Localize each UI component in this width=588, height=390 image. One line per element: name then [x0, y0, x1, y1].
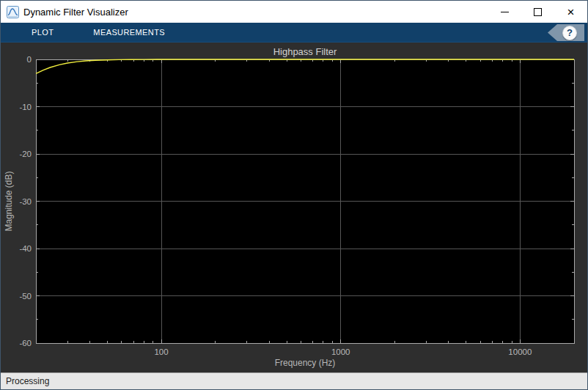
y-tick-label: -10 [19, 103, 32, 111]
y-axis-label: Magnitude (dB) [4, 171, 14, 231]
y-tick-label: -20 [19, 150, 32, 158]
x-axis-label: Frequency (Hz) [275, 358, 336, 368]
help-button[interactable]: ? [562, 26, 577, 40]
close-button[interactable]: × [554, 1, 587, 23]
magnitude-response-chart[interactable]: 1001000100000-10-20-30-40-50-60Highpass … [1, 43, 587, 372]
maximize-button[interactable] [521, 1, 554, 23]
tab-measurements[interactable]: MEASUREMENTS [93, 28, 165, 37]
ribbon-collapse-arrow[interactable]: ? [548, 24, 584, 41]
window-title: Dynamic Filter Visualizer [23, 7, 128, 18]
dynamic-filter-visualizer-window: Dynamic Filter Visualizer × PLOT MEASURE… [0, 0, 588, 390]
y-tick-label: -60 [19, 339, 32, 347]
status-text: Processing [6, 376, 49, 386]
app-wave-icon [7, 6, 19, 18]
y-tick-label: -30 [19, 197, 32, 206]
y-tick-label: 0 [27, 55, 32, 64]
title-bar: Dynamic Filter Visualizer × [1, 1, 587, 23]
x-tick-label: 1000 [331, 347, 350, 356]
status-bar: Processing [1, 372, 587, 389]
close-icon: × [567, 6, 575, 18]
maximize-icon [534, 8, 542, 16]
x-tick-label: 100 [154, 347, 168, 356]
toolstrip: PLOT MEASUREMENTS ? [1, 23, 587, 43]
tab-plot[interactable]: PLOT [32, 28, 54, 37]
minimize-button[interactable] [488, 1, 521, 23]
y-tick-label: -50 [19, 292, 32, 301]
chart-title: Highpass Filter [273, 46, 337, 57]
y-tick-label: -40 [19, 244, 32, 253]
x-tick-label: 10000 [508, 347, 532, 356]
figure-area: 1001000100000-10-20-30-40-50-60Highpass … [1, 43, 587, 372]
minimize-icon [501, 12, 509, 12]
